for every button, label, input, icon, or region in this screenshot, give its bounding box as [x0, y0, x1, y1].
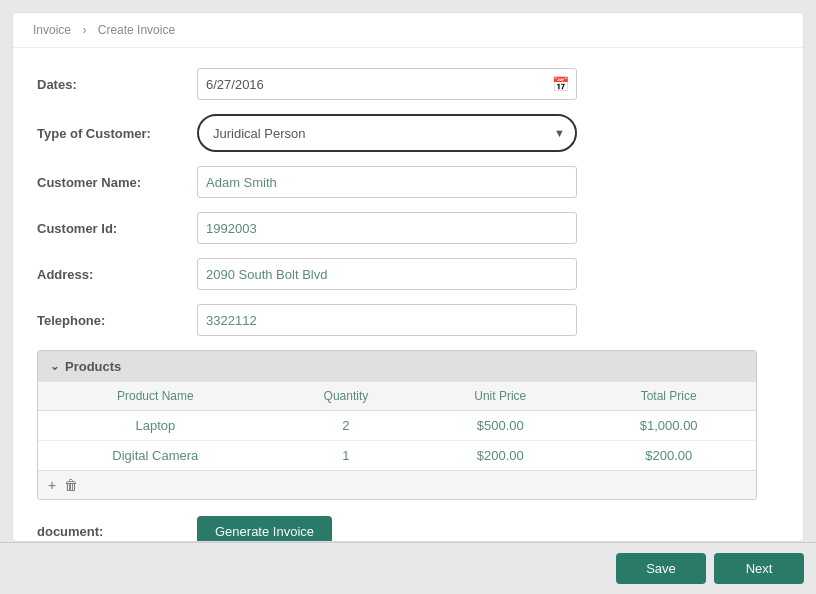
- table-row: Digital Camera 1 $200.00 $200.00: [38, 441, 756, 471]
- total-price-cell: $1,000.00: [581, 411, 756, 441]
- telephone-label: Telephone:: [37, 313, 197, 328]
- telephone-row: Telephone:: [37, 304, 779, 336]
- main-container: Invoice › Create Invoice Dates: 📅 Type o…: [12, 12, 804, 542]
- form-content: Dates: 📅 Type of Customer: Juridical Per…: [13, 48, 803, 541]
- bottom-bar: Save Next: [0, 542, 816, 594]
- products-label: Products: [65, 359, 121, 374]
- products-header: ⌄ Products: [38, 351, 756, 382]
- products-header-row: Product Name Quantity Unit Price Total P…: [38, 382, 756, 411]
- save-button[interactable]: Save: [616, 553, 706, 584]
- generate-invoice-button[interactable]: Generate Invoice: [197, 516, 332, 541]
- unit-price-cell: $500.00: [419, 411, 581, 441]
- dates-input[interactable]: [197, 68, 577, 100]
- address-label: Address:: [37, 267, 197, 282]
- expand-icon: ⌄: [50, 360, 59, 373]
- col-unit-price: Unit Price: [419, 382, 581, 411]
- col-product-name: Product Name: [38, 382, 273, 411]
- address-input[interactable]: [197, 258, 577, 290]
- date-input-wrapper: 📅: [197, 68, 577, 100]
- customer-id-field: [197, 212, 577, 244]
- address-field: [197, 258, 577, 290]
- customer-id-row: Customer Id:: [37, 212, 779, 244]
- telephone-field: [197, 304, 577, 336]
- product-name-cell: Digital Camera: [38, 441, 273, 471]
- total-price-cell: $200.00: [581, 441, 756, 471]
- customer-id-label: Customer Id:: [37, 221, 197, 236]
- calendar-icon: 📅: [552, 76, 569, 92]
- customer-id-input[interactable]: [197, 212, 577, 244]
- document-row: document: Generate Invoice: [37, 516, 779, 541]
- type-of-customer-select[interactable]: Juridical Person Natural Person: [197, 114, 577, 152]
- col-total-price: Total Price: [581, 382, 756, 411]
- type-of-customer-field: Juridical Person Natural Person ▼: [197, 114, 577, 152]
- breadcrumb: Invoice › Create Invoice: [13, 13, 803, 48]
- customer-name-input[interactable]: [197, 166, 577, 198]
- breadcrumb-part1: Invoice: [33, 23, 71, 37]
- products-table-body: Laptop 2 $500.00 $1,000.00 Digital Camer…: [38, 411, 756, 471]
- products-section-wrapper: ⌄ Products Product Name Quantity Unit Pr…: [37, 350, 779, 500]
- products-section: ⌄ Products Product Name Quantity Unit Pr…: [37, 350, 757, 500]
- products-table: Product Name Quantity Unit Price Total P…: [38, 382, 756, 470]
- delete-product-icon[interactable]: 🗑: [64, 477, 78, 493]
- quantity-cell: 1: [273, 441, 420, 471]
- type-of-customer-label: Type of Customer:: [37, 126, 197, 141]
- table-row: Laptop 2 $500.00 $1,000.00: [38, 411, 756, 441]
- add-product-icon[interactable]: +: [48, 477, 56, 493]
- breadcrumb-part2: Create Invoice: [98, 23, 175, 37]
- type-select-wrapper: Juridical Person Natural Person ▼: [197, 114, 577, 152]
- unit-price-cell: $200.00: [419, 441, 581, 471]
- col-quantity: Quantity: [273, 382, 420, 411]
- telephone-input[interactable]: [197, 304, 577, 336]
- document-label: document:: [37, 524, 197, 539]
- dates-label: Dates:: [37, 77, 197, 92]
- products-footer: + 🗑: [38, 470, 756, 499]
- type-of-customer-row: Type of Customer: Juridical Person Natur…: [37, 114, 779, 152]
- dates-row: Dates: 📅: [37, 68, 779, 100]
- product-name-cell: Laptop: [38, 411, 273, 441]
- address-row: Address:: [37, 258, 779, 290]
- products-table-header: Product Name Quantity Unit Price Total P…: [38, 382, 756, 411]
- next-button[interactable]: Next: [714, 553, 804, 584]
- dates-field: 📅: [197, 68, 577, 100]
- customer-name-label: Customer Name:: [37, 175, 197, 190]
- breadcrumb-separator: ›: [82, 23, 86, 37]
- customer-name-row: Customer Name:: [37, 166, 779, 198]
- quantity-cell: 2: [273, 411, 420, 441]
- customer-name-field: [197, 166, 577, 198]
